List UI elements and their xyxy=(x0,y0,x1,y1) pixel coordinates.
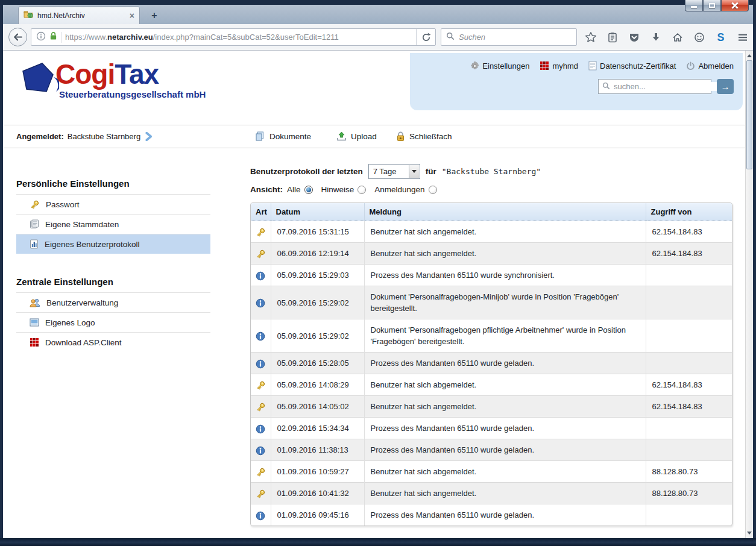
log-row: 01.09.2016 10:41:32Benutzer hat sich ang… xyxy=(251,483,732,504)
sidebar-item-eigenes-logo[interactable]: Eigenes Logo xyxy=(16,312,210,332)
column-header-datum[interactable]: Datum xyxy=(271,203,364,221)
log-zugriff xyxy=(646,286,732,319)
reload-button[interactable] xyxy=(416,29,435,45)
site-search-field[interactable] xyxy=(598,79,711,94)
info-icon-cell xyxy=(251,439,271,461)
nav-item-upload[interactable]: Upload xyxy=(336,125,377,148)
new-tab-button[interactable]: + xyxy=(146,10,162,22)
bar-chart-doc-icon xyxy=(30,239,39,249)
reading-list-icon[interactable] xyxy=(605,30,619,45)
info-icon-cell xyxy=(251,286,271,319)
back-arrow-icon xyxy=(13,32,23,42)
url-bar[interactable]: https://www.netarchiv.eu/index.php?mainC… xyxy=(31,28,436,46)
header-link-label: Abmelden xyxy=(698,61,734,71)
scrollbar-thumb[interactable] xyxy=(746,60,752,169)
sidebar-section: Zentrale EinstellungenBenutzerverwaltung… xyxy=(16,277,210,352)
tab-close-icon[interactable]: × xyxy=(130,11,134,20)
minimize-button[interactable] xyxy=(685,0,703,11)
column-header-art[interactable]: Art xyxy=(251,203,271,221)
home-icon[interactable] xyxy=(670,30,684,45)
info-icon-cell xyxy=(251,504,271,526)
breadcrumb-chevron-icon[interactable] xyxy=(144,132,154,141)
page-scrollbar[interactable] xyxy=(745,51,753,538)
column-header-zugriff-von[interactable]: Zugriff von xyxy=(646,203,732,221)
sidebar-item-download-asp-client[interactable]: Download ASP.Client xyxy=(16,332,210,352)
period-select[interactable]: 7 Tage xyxy=(368,164,420,179)
key-icon xyxy=(256,380,266,391)
log-meldung: Prozess des Mandanten 65110 wurde gelade… xyxy=(364,439,646,461)
tab-hmd-netarchiv[interactable]: hmd.NetArchiv × xyxy=(18,6,140,24)
log-datum: 07.09.2016 15:31:15 xyxy=(271,221,364,243)
header-link-einstellungen[interactable]: Einstellungen xyxy=(470,61,529,71)
back-button[interactable] xyxy=(8,28,27,46)
contact-card-icon xyxy=(30,219,39,229)
log-row: 06.09.2016 12:19:14Benutzer hat sich ang… xyxy=(251,243,732,265)
header-link-label: Datenschutz-Zertifikat xyxy=(600,61,676,71)
page-info-icon[interactable] xyxy=(36,31,46,43)
log-row: 01.09.2016 10:59:27Benutzer hat sich abg… xyxy=(251,461,732,483)
header-link-myhmd[interactable]: myhmd xyxy=(540,61,578,71)
log-meldung: Benutzer hat sich angemeldet. xyxy=(364,243,646,265)
browser-window: hmd.NetArchiv × + https://www.netarchiv.… xyxy=(0,0,756,546)
radio-hinweise[interactable] xyxy=(358,186,366,194)
scrollbar-down-arrow[interactable] xyxy=(746,529,753,537)
site-header-panel: EinstellungenmyhmdDatenschutz-Zertifikat… xyxy=(410,53,743,110)
log-meldung: Prozess des Mandanten 65110 wurde synchr… xyxy=(364,265,646,286)
browser-search[interactable] xyxy=(441,28,577,46)
sidebar-item-benutzerverwaltung[interactable]: Benutzerverwaltung xyxy=(16,292,210,312)
sidebar-item-passwort[interactable]: Passwort xyxy=(16,194,210,214)
info-icon xyxy=(256,511,265,521)
site-search-input[interactable] xyxy=(614,82,720,91)
downloads-icon[interactable] xyxy=(649,30,663,45)
browser-search-input[interactable] xyxy=(459,33,576,42)
log-datum: 02.09.2016 15:34:34 xyxy=(271,418,364,439)
view-options: AlleHinweiseAnmeldungen xyxy=(287,185,446,194)
radio-anmeldungen[interactable] xyxy=(429,186,437,194)
log-row: 01.09.2016 09:45:16Prozess des Mandanten… xyxy=(251,504,732,526)
search-icon xyxy=(446,32,455,43)
sidebar-item-label: Benutzerverwaltung xyxy=(46,298,118,307)
maximize-button[interactable] xyxy=(703,0,721,11)
log-meldung: Benutzer hat sich angemeldet. xyxy=(364,221,646,243)
period-select-value: 7 Tage xyxy=(373,167,397,176)
pocket-icon[interactable] xyxy=(627,30,641,45)
log-zugriff xyxy=(646,439,732,461)
scrollbar-up-arrow[interactable] xyxy=(746,52,753,60)
document-icon xyxy=(588,61,597,71)
hello-smiley-icon[interactable] xyxy=(692,30,706,45)
log-meldung: Dokument 'Personalfragebogen-Minijob' wu… xyxy=(364,286,646,319)
period-select-dropdown-icon[interactable] xyxy=(409,165,419,178)
logo-part2: Tax xyxy=(115,58,159,90)
log-meldung: Benutzer hat sich angemeldet. xyxy=(364,396,646,418)
skype-extension-icon[interactable]: S xyxy=(714,30,728,45)
info-icon-cell xyxy=(251,353,271,374)
log-meldung: Dokument 'Personalfragebogen pflichtige … xyxy=(364,319,646,353)
bookmark-star-icon[interactable] xyxy=(584,30,597,45)
protocol-title-row: Benutzerprotokoll der letzten 7 Tage für… xyxy=(250,164,732,179)
sidebar-item-eigene-stammdaten[interactable]: Eigene Stammdaten xyxy=(16,214,210,234)
search-icon xyxy=(602,82,610,92)
sidebar-section: Persönliche EinstellungenPasswortEigene … xyxy=(16,178,210,254)
https-lock-icon[interactable] xyxy=(49,31,57,43)
sidebar-item-label: Eigenes Logo xyxy=(45,318,95,327)
site-search: → xyxy=(598,79,734,94)
log-datum: 05.09.2016 15:29:02 xyxy=(271,319,364,353)
site-search-submit-button[interactable]: → xyxy=(717,79,734,94)
close-button[interactable] xyxy=(721,0,749,11)
sidebar-item-label: Download ASP.Client xyxy=(45,338,122,347)
tab-title: hmd.NetArchiv xyxy=(37,11,125,20)
menu-hamburger-icon[interactable] xyxy=(736,30,749,45)
column-header-meldung[interactable]: Meldung xyxy=(364,203,646,221)
radio-label-anmeldungen: Anmeldungen xyxy=(374,185,424,194)
log-row: 07.09.2016 15:31:15Benutzer hat sich ang… xyxy=(251,221,732,243)
sidebar-item-eigenes-benutzerprotokoll[interactable]: Eigenes Benutzerprotokoll xyxy=(16,234,210,254)
log-zugriff xyxy=(646,418,732,439)
radio-alle[interactable] xyxy=(304,186,313,194)
header-link-abmelden[interactable]: Abmelden xyxy=(686,61,734,71)
info-icon-cell xyxy=(251,418,271,439)
log-datum: 05.09.2016 14:05:02 xyxy=(271,396,364,418)
header-link-datenschutz-zertifikat[interactable]: Datenschutz-Zertifikat xyxy=(588,61,676,71)
nav-item-schliessfach[interactable]: Schließfach xyxy=(396,125,452,148)
nav-item-dokumente[interactable]: Dokumente xyxy=(255,125,311,148)
log-table-container: ArtDatumMeldungZugriff von 07.09.2016 15… xyxy=(250,202,732,526)
